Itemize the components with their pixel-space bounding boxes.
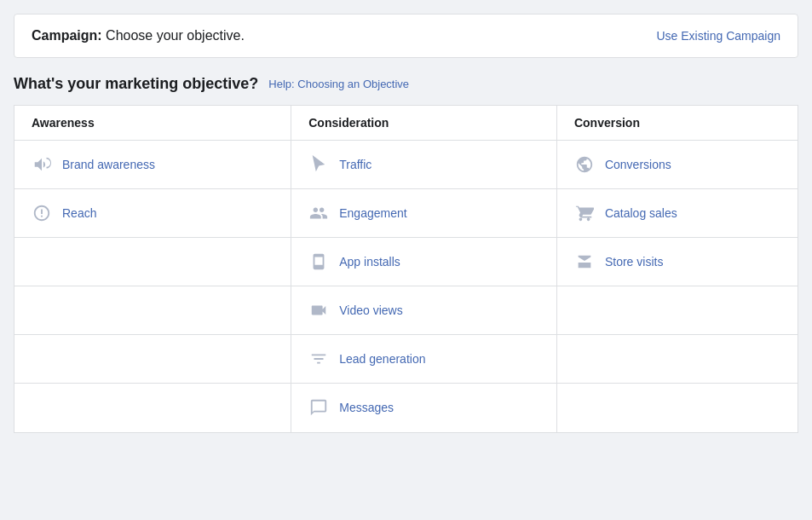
catalog-sales-label: Catalog sales [605, 206, 677, 220]
reach-item[interactable]: Reach [14, 189, 291, 238]
table-row: Brand awareness Reach [14, 141, 798, 433]
col-header-awareness: Awareness [14, 106, 291, 141]
objectives-table: Awareness Consideration Conversion Brand… [14, 105, 798, 433]
conversion-empty-3 [557, 384, 798, 432]
conversions-item[interactable]: Conversions [557, 141, 798, 189]
traffic-item[interactable]: Traffic [291, 141, 556, 189]
engagement-label: Engagement [339, 206, 406, 220]
app-installs-item[interactable]: App installs [291, 238, 556, 286]
store-visits-item[interactable]: Store visits [557, 238, 798, 286]
consideration-col: Traffic Engagement [291, 141, 557, 433]
help-link[interactable]: Help: Choosing an Objective [268, 78, 409, 90]
section-heading: What's your marketing objective? Help: C… [14, 72, 798, 93]
globe-icon [574, 154, 595, 175]
lead-generation-item[interactable]: Lead generation [291, 335, 556, 384]
main-content: What's your marketing objective? Help: C… [14, 72, 798, 433]
campaign-subtitle: Choose your objective. [102, 28, 245, 43]
conversion-empty-1 [557, 286, 798, 335]
lead-generation-label: Lead generation [339, 352, 425, 366]
app-installs-label: App installs [339, 255, 400, 269]
cursor-icon [308, 154, 329, 175]
messages-icon [308, 397, 329, 418]
megaphone-icon [32, 154, 52, 175]
awareness-col: Brand awareness Reach [14, 141, 291, 433]
awareness-empty-3 [14, 335, 291, 384]
page-title: Campaign: Choose your objective. [32, 28, 245, 43]
video-views-label: Video views [339, 303, 402, 317]
traffic-label: Traffic [339, 158, 371, 171]
awareness-empty-2 [14, 286, 291, 335]
col-header-conversion: Conversion [556, 106, 798, 141]
store-visits-label: Store visits [605, 255, 663, 269]
engagement-item[interactable]: Engagement [291, 189, 556, 238]
campaign-label: Campaign: [32, 28, 102, 43]
funnel-icon [308, 349, 329, 369]
awareness-empty-1 [14, 238, 291, 286]
conversion-col: Conversions Catalog sales [556, 141, 798, 433]
store-icon [574, 251, 595, 272]
reach-icon [32, 203, 52, 223]
app-installs-icon [308, 251, 329, 272]
col-header-consideration: Consideration [291, 106, 557, 141]
brand-awareness-item[interactable]: Brand awareness [14, 141, 291, 189]
messages-label: Messages [339, 401, 394, 414]
messages-item[interactable]: Messages [291, 384, 556, 431]
section-title: What's your marketing objective? [14, 75, 258, 93]
reach-label: Reach [62, 206, 96, 220]
catalog-sales-item[interactable]: Catalog sales [557, 189, 798, 238]
awareness-empty-4 [14, 384, 291, 432]
conversions-label: Conversions [605, 158, 671, 171]
cart-icon [574, 203, 595, 223]
video-icon [308, 300, 329, 321]
use-existing-campaign-link[interactable]: Use Existing Campaign [656, 29, 780, 43]
video-views-item[interactable]: Video views [291, 286, 556, 335]
engagement-icon [308, 203, 329, 223]
conversion-empty-2 [557, 335, 798, 384]
top-bar: Campaign: Choose your objective. Use Exi… [14, 14, 798, 58]
brand-awareness-label: Brand awareness [62, 158, 155, 171]
